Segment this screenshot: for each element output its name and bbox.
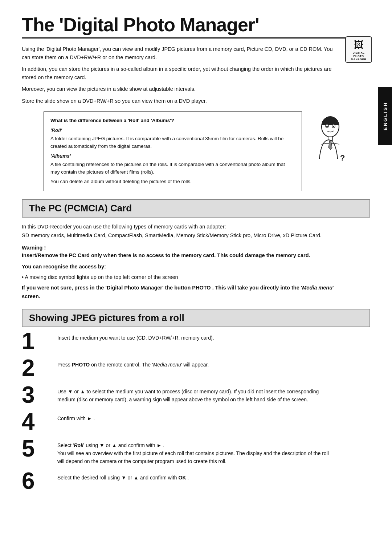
step-text-6: Select the desired roll using ▼ or ▲ and…: [57, 472, 189, 482]
dpm-logo: 🖼 DIGITAL PHOTO MANAGER: [345, 36, 372, 63]
intro-para-1: Using the 'Digital Photo Manager', you c…: [22, 45, 338, 61]
dpm-icon: 🖼: [348, 39, 369, 50]
roll-albums-info-box: What is the difference between a 'Roll' …: [44, 112, 302, 191]
step-number-5: 5: [22, 437, 51, 460]
step-text-1: Insert the medium you want to use (CD, D…: [57, 332, 214, 342]
step-row-4: 4 Confirm with ► .: [22, 413, 370, 433]
warning-bold: Insert/Remove the PC Card only when ther…: [22, 251, 338, 260]
section3-heading: Showing JPEG pictures from a roll: [22, 309, 370, 327]
warning-title: Warning !: [22, 245, 370, 251]
person-illustration: ?: [309, 112, 348, 191]
step-number-6: 6: [22, 469, 51, 493]
step-row-1: 1 Insert the medium you want to use (CD,…: [22, 332, 370, 353]
info-box-area: What is the difference between a 'Roll' …: [44, 112, 348, 191]
photo-note: If you were not sure, press in the 'Digi…: [22, 284, 338, 300]
intro-para-3: Moreover, you can view the pictures in a…: [22, 85, 338, 93]
section2-heading: The PC (PCMCIA) Card: [22, 199, 370, 218]
svg-text:?: ?: [340, 153, 345, 162]
step-row-5: 5 Select 'Roll' using ▼ or ▲ and confirm…: [22, 440, 370, 466]
step-row-3: 3 Use ▼ or ▲ to select the medium you wa…: [22, 386, 370, 406]
step-number-3: 3: [22, 383, 51, 406]
sidebar-english-label: ENGLISH: [378, 87, 392, 145]
svg-point-4: [333, 126, 334, 127]
steps-area: 1 Insert the medium you want to use (CD,…: [22, 332, 370, 493]
albums-label: 'Albums': [50, 153, 295, 160]
main-title: The 'Digital Photo Manager': [22, 15, 370, 35]
step-row-6: 6 Select the desired roll using ▼ or ▲ a…: [22, 472, 370, 493]
step-number-2: 2: [22, 356, 51, 380]
section2-body: In this DVD-Recorder you can use the fol…: [22, 223, 338, 239]
info-box-question: What is the difference between a 'Roll' …: [50, 117, 295, 125]
albums-note: You can delete an album without deleting…: [50, 178, 295, 186]
step-row-2: 2 Press PHOTO on the remote control. The…: [22, 359, 370, 380]
svg-point-3: [326, 126, 328, 127]
albums-text: A file containing references to the pict…: [50, 161, 295, 176]
step-text-5: Select 'Roll' using ▼ or ▲ and confirm w…: [57, 440, 333, 466]
intro-para-2: In addition, you can store the pictures …: [22, 65, 338, 81]
roll-label: 'Roll': [50, 127, 295, 134]
recognise-bullet: • A moving disc symbol lights up on the …: [22, 273, 338, 281]
roll-text: A folder containing JPEG pictures. It is…: [50, 135, 295, 150]
recognise-label: You can recognise the access by:: [22, 263, 338, 271]
dpm-logo-text: DIGITAL PHOTO MANAGER: [348, 51, 369, 61]
title-divider: [22, 37, 370, 38]
step-number-4: 4: [22, 410, 51, 433]
step-number-1: 1: [22, 329, 51, 353]
step-text-2: Press PHOTO on the remote control. The '…: [57, 359, 209, 369]
step-text-4: Confirm with ► .: [57, 413, 95, 422]
step-text-3: Use ▼ or ▲ to select the medium you want…: [57, 386, 333, 404]
intro-para-4: Store the slide show on a DVD+RW/+R so y…: [22, 97, 338, 105]
